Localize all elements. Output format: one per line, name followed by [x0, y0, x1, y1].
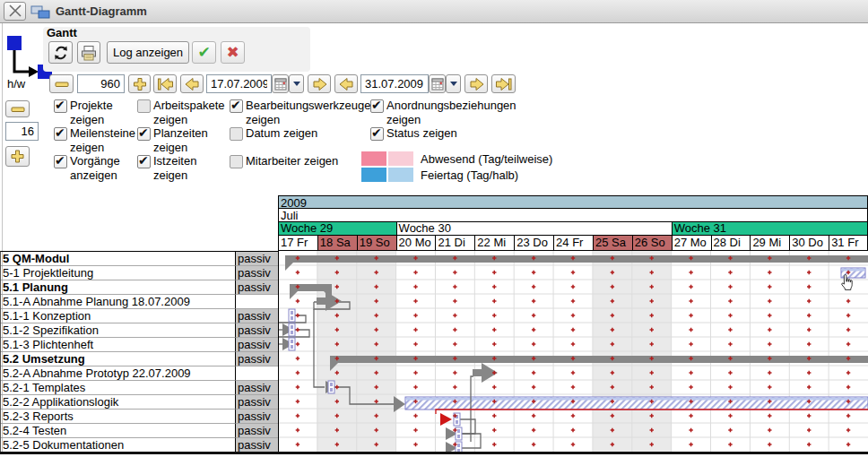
option-checkbox[interactable] [54, 99, 67, 113]
task-name-cell[interactable]: 5.2-3 Reports [1, 410, 236, 424]
task-name-cell[interactable]: 5.1 Planung [1, 280, 236, 295]
option-checkbox[interactable] [137, 127, 151, 141]
task-status-cell: passiv [236, 309, 278, 323]
task-name-cell[interactable]: 5.2-1 Templates [1, 381, 236, 395]
time-marker[interactable] [456, 427, 462, 440]
task-name-cell[interactable]: 5.2-2 Applikationslogik [1, 395, 236, 410]
width-decrease-button[interactable] [49, 74, 74, 93]
option-item: Vorgänge anzeigen [54, 154, 137, 182]
prev-from-button[interactable] [180, 74, 204, 93]
option-item: Meilensteine zeigen [54, 126, 137, 154]
plus-icon [131, 75, 149, 93]
date-to-input[interactable] [360, 74, 429, 93]
x-icon: ✖ [226, 45, 239, 60]
task-row[interactable]: 5.1-3 Plichtenheftpassiv [1, 338, 278, 352]
year-label: 2009 [279, 196, 867, 209]
task-row[interactable]: 5.1-2 Spezifikationpassiv [1, 323, 278, 338]
legend-row: Feiertag (Tag/halb) [361, 168, 552, 182]
option-item: Anordnungsbeziehungen zeigen [370, 99, 528, 126]
task-row[interactable]: 5 QM-Modulpassiv [1, 252, 278, 266]
task-row[interactable]: 5.1-1 Konzeptionpassiv [1, 309, 278, 323]
close-button[interactable] [4, 2, 26, 21]
goto-end-button[interactable] [491, 74, 516, 93]
show-log-button[interactable]: Log anzeigen [107, 41, 189, 64]
task-name-cell[interactable]: 5.2-5 Dokumentationen [1, 438, 236, 453]
task-row[interactable]: 5.2-2 Applikationslogikpassiv [1, 395, 278, 410]
option-checkbox[interactable] [137, 155, 151, 168]
cancel-button[interactable]: ✖ [221, 41, 245, 64]
time-marker[interactable] [289, 338, 295, 350]
task-row[interactable]: 5.2-4 Testenpassiv [1, 424, 278, 438]
task-name-cell[interactable]: 5.2-A Abnahme Prototyp 22.07.2009 [1, 366, 236, 381]
goto-start-button[interactable] [153, 74, 177, 93]
date-from-dropdown-button[interactable] [289, 74, 304, 93]
header-row: 17 Fr18 Sa19 So20 Mo21 Di22 Mi23 Do24 Fr… [279, 236, 867, 250]
option-item: Istzeiten zeigen [137, 154, 230, 182]
time-marker[interactable] [289, 323, 295, 336]
task-name-cell[interactable]: 5.2-4 Testen [1, 424, 236, 438]
task-status-cell: passiv [236, 395, 278, 410]
day-cell: 17 Fr [279, 236, 318, 250]
chart-width-input[interactable] [77, 74, 125, 93]
option-checkbox[interactable] [54, 155, 67, 168]
hatched-bar[interactable] [405, 397, 868, 410]
time-marker[interactable] [456, 442, 462, 452]
option-checkbox[interactable] [230, 155, 243, 168]
date-from-calendar-button[interactable] [272, 74, 289, 93]
option-checkbox[interactable] [230, 127, 243, 141]
gantt-toolbar-group: Gantt Log anzeigen ✔ ✖ [43, 27, 310, 72]
row-height-input[interactable] [5, 122, 39, 141]
week-cell: Woche 31 [673, 222, 867, 235]
task-row[interactable]: 5.2-5 Dokumentationenpassiv [1, 438, 278, 453]
date-from-input[interactable] [206, 74, 272, 93]
task-name-cell[interactable]: 5 QM-Modul [1, 252, 236, 266]
task-name-cell[interactable]: 5.1-3 Plichtenheft [1, 338, 236, 352]
print-button[interactable] [77, 41, 100, 64]
date-to-calendar-button[interactable] [429, 74, 446, 93]
width-increase-button[interactable] [128, 74, 151, 93]
option-checkbox[interactable] [54, 127, 67, 141]
task-name-cell[interactable]: 5.1-2 Spezifikation [1, 323, 236, 338]
task-status-cell: passiv [236, 424, 278, 438]
option-item: Datum zeigen [230, 126, 370, 154]
refresh-button[interactable] [48, 41, 73, 64]
calendar-icon [431, 77, 444, 91]
right-arrow-icon [467, 75, 486, 93]
option-item: Bearbeitungswerkzeuge zeigen [230, 99, 370, 126]
task-row[interactable]: 5.1 Planungpassiv [1, 280, 278, 295]
apply-button[interactable]: ✔ [192, 41, 216, 64]
task-row[interactable]: 5.1-A Abnahme Planung 18.07.2009 [1, 295, 278, 309]
task-status-cell [236, 366, 278, 381]
task-row[interactable]: 5-1 Projektleitungpassiv [1, 266, 278, 280]
option-checkbox[interactable] [137, 99, 151, 113]
task-status-cell: passiv [236, 410, 278, 424]
row-height-decrease-button[interactable] [5, 100, 30, 117]
task-row[interactable]: 5.2 Umsetzungpassiv [1, 352, 278, 366]
detach-window-button[interactable] [30, 4, 50, 22]
next-from-button[interactable] [308, 74, 331, 93]
task-row[interactable]: 5.2-1 Templatespassiv [1, 381, 278, 395]
task-name-cell[interactable]: 5.1-1 Konzeption [1, 309, 236, 323]
option-checkbox[interactable] [370, 127, 384, 141]
task-name-cell[interactable]: 5-1 Projektleitung [1, 266, 236, 280]
row-height-increase-button[interactable] [5, 146, 30, 167]
window-icon [30, 4, 50, 20]
right-arrow-icon [310, 75, 329, 93]
legend-swatch-half [388, 168, 413, 182]
task-row[interactable]: 5.2-A Abnahme Prototyp 22.07.2009 [1, 366, 278, 381]
next-to-button[interactable] [464, 74, 488, 93]
option-checkbox[interactable] [230, 99, 243, 113]
day-cell: 25 Sa [594, 236, 633, 250]
task-row[interactable]: 5.2-3 Reportspassiv [1, 410, 278, 424]
time-marker[interactable] [289, 309, 295, 322]
chevron-down-icon [293, 82, 300, 86]
day-cell: 27 Mo [673, 236, 712, 250]
week-cell: Woche 30 [397, 222, 673, 235]
time-marker[interactable] [328, 381, 334, 393]
task-table: 5 QM-Modulpassiv5-1 Projektleitungpassiv… [0, 251, 278, 452]
prev-to-button[interactable] [334, 74, 358, 93]
option-checkbox[interactable] [370, 99, 384, 113]
task-name-cell[interactable]: 5.1-A Abnahme Planung 18.07.2009 [1, 295, 236, 309]
task-name-cell[interactable]: 5.2 Umsetzung [1, 352, 236, 366]
date-to-dropdown-button[interactable] [446, 74, 461, 93]
